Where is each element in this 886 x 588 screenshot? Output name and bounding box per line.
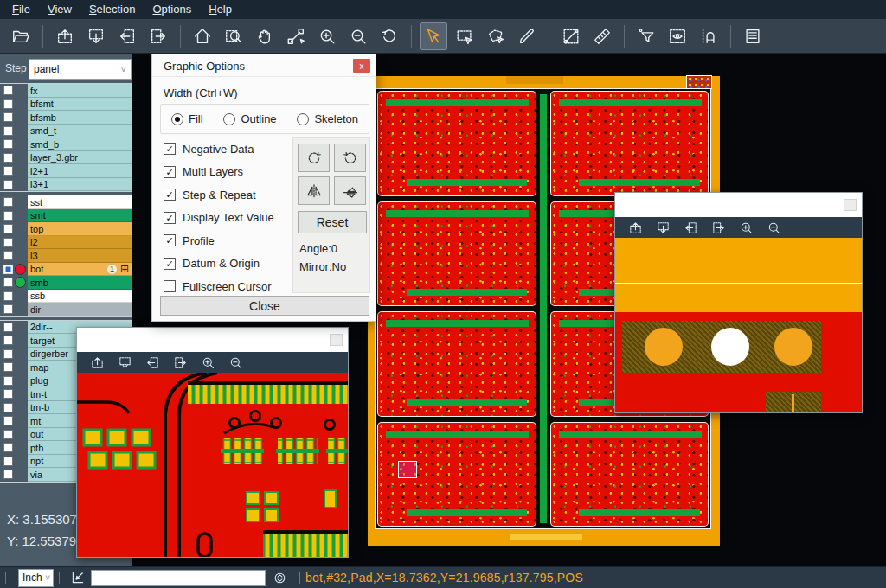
ruler-button[interactable] (588, 22, 616, 50)
view-options-button[interactable] (664, 22, 691, 50)
checkbox[interactable]: ✓ (164, 212, 176, 224)
layer-row[interactable]: layer_3.gbr (0, 151, 132, 165)
layer-visibility-checkbox[interactable] (3, 238, 13, 247)
pan-right-button[interactable] (707, 218, 729, 237)
layer-label[interactable]: l3 (28, 249, 132, 263)
mirror-horizontal-button[interactable] (298, 176, 330, 205)
radio-dot[interactable] (171, 113, 183, 125)
option-fullscreen-cursor[interactable]: Fullscreen Cursor (164, 275, 274, 298)
pan-down-button[interactable] (82, 22, 110, 50)
layer-visibility-checkbox[interactable] (3, 389, 13, 399)
dialog-title-bar[interactable]: Graphic Options x (152, 54, 376, 77)
menu-help[interactable]: Help (200, 0, 241, 19)
command-input[interactable] (91, 570, 266, 586)
layer-label[interactable]: l2+1 (28, 164, 132, 178)
layer-label[interactable]: smd_b (28, 137, 132, 151)
layer-visibility-checkbox[interactable] (3, 99, 13, 109)
pan-up-button[interactable] (51, 22, 79, 50)
layer-label[interactable]: bfsmb (28, 111, 132, 125)
layer-row[interactable]: smd_t (0, 125, 132, 138)
layer-row[interactable]: l2 (0, 236, 132, 250)
pan-left-button[interactable] (141, 353, 164, 372)
pan-right-button[interactable] (144, 22, 172, 50)
menu-file[interactable]: File (3, 0, 39, 19)
layer-visibility-checkbox[interactable] (3, 403, 13, 412)
layer-row[interactable]: dir (0, 303, 132, 316)
layer-visibility-checkbox[interactable] (3, 197, 13, 207)
rotate-ccw-button[interactable] (334, 144, 366, 172)
layer-visibility-checkbox[interactable] (3, 139, 13, 149)
select-poly-button[interactable] (482, 22, 510, 50)
checkbox[interactable]: ✓ (164, 143, 176, 155)
layer-visibility-checkbox[interactable] (3, 166, 13, 176)
layer-visibility-checkbox[interactable] (3, 291, 13, 301)
layer-label[interactable]: fx (28, 84, 132, 98)
layer-row[interactable]: bfsmt (0, 98, 132, 112)
option-multi-layers[interactable]: ✓Multi Layers (164, 161, 274, 184)
layer-label[interactable]: ssb (28, 290, 132, 304)
angle-corner-icon[interactable] (70, 570, 86, 585)
pan-down-button[interactable] (652, 218, 674, 237)
layer-visibility-checkbox[interactable] (3, 224, 13, 233)
layer-row[interactable]: l2+1 (0, 164, 132, 178)
layer-row[interactable]: smb (0, 276, 132, 290)
layer-label[interactable]: smd_t (28, 125, 132, 138)
open-folder-button[interactable] (7, 22, 35, 50)
reset-button[interactable]: Reset (298, 211, 367, 233)
layer-grid-icon[interactable]: ⊞ (120, 264, 129, 275)
pan-right-button[interactable] (169, 353, 191, 372)
select-cursor-button[interactable] (420, 22, 447, 50)
layer-visibility-checkbox[interactable] (3, 349, 13, 359)
layer-visibility-checkbox[interactable] (3, 278, 13, 287)
checkbox[interactable]: ✓ (164, 258, 176, 270)
layer-row[interactable]: ssb (0, 290, 132, 304)
pan-up-button[interactable] (624, 218, 646, 237)
zoom-in-button[interactable] (313, 22, 341, 50)
layer-row[interactable]: sst (0, 195, 132, 209)
option-step-repeat[interactable]: ✓Step & Repeat (164, 183, 274, 207)
close-button[interactable]: Close (160, 296, 369, 316)
layer-visibility-checkbox[interactable] (3, 323, 13, 332)
checkbox[interactable]: ✓ (164, 234, 176, 246)
option-negative-data[interactable]: ✓Negative Data (164, 137, 274, 161)
layer-visibility-checkbox[interactable] (3, 112, 13, 122)
pan-hand-button[interactable] (251, 22, 279, 50)
layer-visibility-checkbox[interactable] (3, 180, 13, 189)
home-button[interactable] (189, 22, 216, 50)
radio-dot[interactable] (297, 113, 309, 125)
zoom-out-button[interactable] (344, 22, 372, 50)
brush-button[interactable] (513, 22, 541, 50)
layer-label[interactable]: bfsmt (28, 98, 132, 112)
layer-visibility-checkbox[interactable] (3, 430, 13, 439)
layer-label[interactable]: l2 (28, 236, 132, 250)
window-button[interactable] (844, 199, 857, 211)
radio-dot[interactable] (223, 113, 235, 125)
layer-label[interactable]: sst (28, 195, 132, 209)
layer-visibility-checkbox[interactable] (3, 443, 13, 452)
pan-up-button[interactable] (86, 353, 108, 372)
menu-selection[interactable]: Selection (80, 0, 144, 19)
option-profile[interactable]: ✓Profile (164, 229, 274, 252)
sync-icon[interactable] (273, 571, 287, 585)
layer-label[interactable]: l3+1 (28, 178, 132, 192)
layer-row[interactable]: bfsmb (0, 111, 132, 125)
layer-label[interactable]: layer_3.gbr (28, 151, 132, 165)
layer-visibility-checkbox[interactable] (3, 457, 13, 466)
radio-outline[interactable]: Outline (223, 112, 276, 125)
menu-options[interactable]: Options (144, 0, 200, 19)
layer-visibility-checkbox[interactable] (3, 336, 13, 345)
layer-row[interactable]: fx (0, 84, 132, 98)
checkbox[interactable] (164, 280, 176, 292)
layer-visibility-checkbox[interactable] (3, 362, 13, 372)
select-rect-button[interactable] (451, 22, 478, 50)
layer-row[interactable]: l3+1 (0, 178, 132, 192)
radio-skeleton[interactable]: Skeleton (297, 112, 358, 125)
layer-label[interactable]: smt (28, 209, 132, 223)
layer-visibility-checkbox[interactable] (3, 153, 13, 163)
layer-visibility-checkbox[interactable] (3, 126, 13, 136)
rotate-cw-button[interactable] (298, 144, 330, 172)
zoom-window-button[interactable] (220, 22, 247, 50)
layer-visibility-checkbox[interactable] (3, 470, 13, 479)
measure-node-button[interactable] (282, 22, 310, 50)
measure-line-button[interactable] (557, 22, 585, 50)
